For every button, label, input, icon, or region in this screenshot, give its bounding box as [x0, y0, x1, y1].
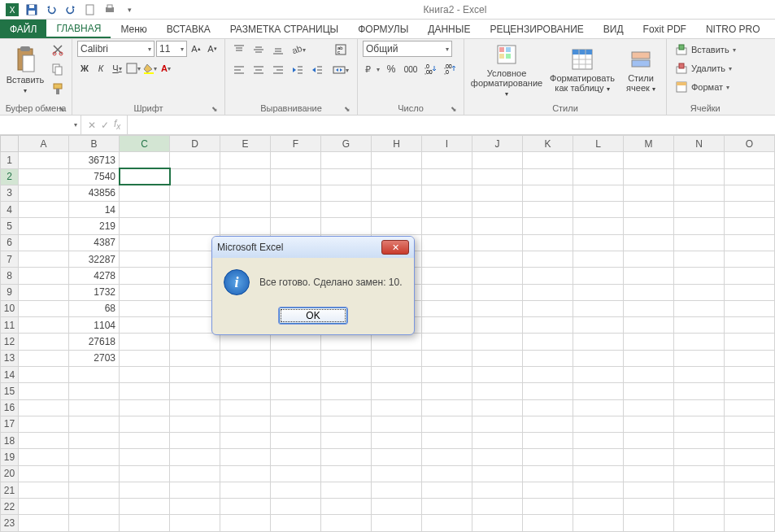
cell-D16[interactable]: [170, 399, 220, 416]
select-all-corner[interactable]: [1, 136, 19, 152]
cell-F12[interactable]: [271, 334, 321, 350]
cell-K7[interactable]: [523, 251, 573, 267]
increase-indent-icon[interactable]: [308, 61, 326, 79]
cell-A16[interactable]: [19, 399, 69, 416]
align-top-icon[interactable]: [230, 41, 248, 59]
cell-J21[interactable]: [472, 482, 523, 498]
bold-button[interactable]: Ж: [77, 60, 92, 76]
cell-N12[interactable]: [674, 334, 725, 350]
cell-M21[interactable]: [624, 482, 674, 498]
cell-styles-button[interactable]: Стили ячеек ▾: [620, 41, 661, 99]
cell-B9[interactable]: 1732: [69, 284, 120, 300]
cell-D12[interactable]: [170, 334, 220, 350]
tab-home[interactable]: ГЛАВНАЯ: [46, 20, 111, 38]
border-icon[interactable]: ▾: [126, 60, 141, 76]
cell-E12[interactable]: [220, 334, 271, 350]
cell-B15[interactable]: [69, 383, 120, 399]
enter-formula-icon[interactable]: ✓: [101, 120, 109, 131]
cell-G19[interactable]: [321, 449, 372, 465]
cell-H17[interactable]: [372, 416, 422, 432]
font-name-select[interactable]: Calibri▾: [77, 41, 155, 57]
cell-D2[interactable]: [170, 168, 220, 185]
cell-I7[interactable]: [422, 251, 472, 267]
cell-F20[interactable]: [271, 465, 321, 482]
cell-K12[interactable]: [523, 334, 573, 350]
cell-A20[interactable]: [19, 465, 69, 482]
cell-G1[interactable]: [321, 152, 372, 168]
row-header-14[interactable]: 14: [1, 366, 19, 382]
tab-page-layout[interactable]: РАЗМЕТКА СТРАНИЦЫ: [220, 20, 349, 38]
cell-A1[interactable]: [19, 152, 69, 168]
fx-icon[interactable]: fx: [114, 118, 120, 131]
column-header-I[interactable]: I: [422, 136, 472, 152]
cell-E1[interactable]: [220, 152, 271, 168]
cell-E18[interactable]: [220, 433, 271, 449]
cell-D19[interactable]: [170, 449, 220, 465]
cell-B23[interactable]: [69, 515, 120, 532]
cell-B20[interactable]: [69, 465, 120, 482]
cell-M6[interactable]: [624, 234, 674, 251]
cell-K23[interactable]: [523, 515, 573, 532]
cell-M23[interactable]: [624, 515, 674, 532]
cell-M15[interactable]: [624, 383, 674, 399]
cell-O16[interactable]: [725, 399, 775, 416]
column-header-F[interactable]: F: [271, 136, 321, 152]
cell-A15[interactable]: [19, 383, 69, 399]
cell-K14[interactable]: [523, 366, 573, 382]
cell-E3[interactable]: [220, 185, 271, 201]
cell-C23[interactable]: [120, 515, 170, 532]
column-header-B[interactable]: B: [69, 136, 120, 152]
cell-G12[interactable]: [321, 334, 372, 350]
font-size-select[interactable]: 11▾: [156, 41, 187, 57]
cell-O1[interactable]: [725, 152, 775, 168]
cell-B1[interactable]: 36713: [69, 152, 120, 168]
cell-D3[interactable]: [170, 185, 220, 201]
cell-J1[interactable]: [472, 152, 523, 168]
cell-C1[interactable]: [120, 152, 170, 168]
cell-C17[interactable]: [120, 416, 170, 432]
cell-J11[interactable]: [472, 317, 523, 334]
tab-formulas[interactable]: ФОРМУЛЫ: [348, 20, 418, 38]
cell-J8[interactable]: [472, 268, 523, 284]
cell-D4[interactable]: [170, 202, 220, 218]
cell-A11[interactable]: [19, 317, 69, 334]
cell-N9[interactable]: [674, 284, 725, 300]
row-header-22[interactable]: 22: [1, 499, 19, 515]
cell-J5[interactable]: [472, 218, 523, 234]
cell-O11[interactable]: [725, 317, 775, 334]
cell-J17[interactable]: [472, 416, 523, 432]
cell-G4[interactable]: [321, 202, 372, 218]
format-cells-button[interactable]: Формат▾: [672, 78, 739, 96]
cell-C18[interactable]: [120, 433, 170, 449]
cell-L5[interactable]: [573, 218, 624, 234]
cell-C10[interactable]: [120, 300, 170, 316]
tab-review[interactable]: РЕЦЕНЗИРОВАНИЕ: [480, 20, 593, 38]
cell-A13[interactable]: [19, 350, 69, 366]
cell-H3[interactable]: [372, 185, 422, 201]
fill-color-icon[interactable]: ▾: [142, 60, 157, 76]
cell-D17[interactable]: [170, 416, 220, 432]
cell-B19[interactable]: [69, 449, 120, 465]
cell-I20[interactable]: [422, 465, 472, 482]
ok-button[interactable]: OK: [278, 307, 348, 325]
cell-K4[interactable]: [523, 202, 573, 218]
cell-A10[interactable]: [19, 300, 69, 316]
cell-M22[interactable]: [624, 499, 674, 515]
cell-J14[interactable]: [472, 366, 523, 382]
row-header-23[interactable]: 23: [1, 515, 19, 532]
cell-M20[interactable]: [624, 465, 674, 482]
cell-N23[interactable]: [674, 515, 725, 532]
row-header-12[interactable]: 12: [1, 334, 19, 350]
save-icon[interactable]: [23, 2, 41, 18]
cell-C20[interactable]: [120, 465, 170, 482]
cell-K20[interactable]: [523, 465, 573, 482]
cancel-formula-icon[interactable]: ✕: [88, 120, 96, 131]
cell-L8[interactable]: [573, 268, 624, 284]
cell-N1[interactable]: [674, 152, 725, 168]
cell-K18[interactable]: [523, 433, 573, 449]
cell-A6[interactable]: [19, 234, 69, 251]
cell-B7[interactable]: 32287: [69, 251, 120, 267]
cell-L21[interactable]: [573, 482, 624, 498]
row-header-3[interactable]: 3: [1, 185, 19, 201]
align-left-icon[interactable]: [230, 61, 248, 79]
